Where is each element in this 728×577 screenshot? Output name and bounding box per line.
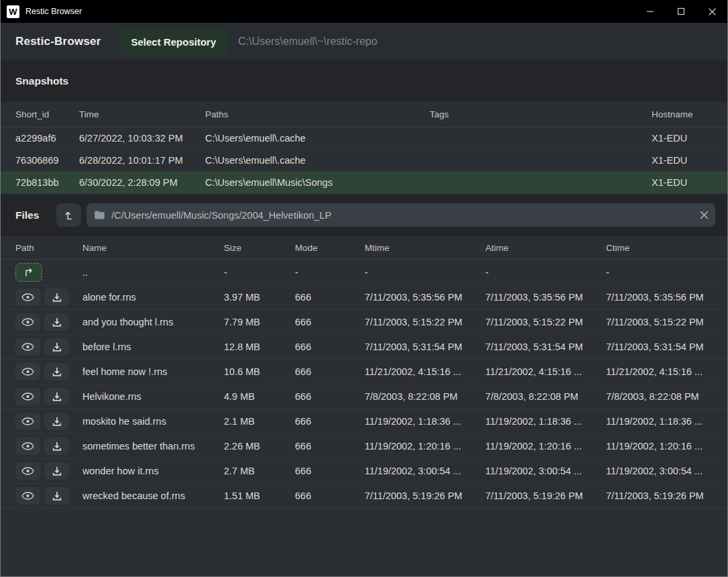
app-window: W Restic Browser Restic-Browser Select R… xyxy=(0,0,728,577)
file-size: 4.9 MB xyxy=(224,391,295,402)
snapshot-short-id: 76306869 xyxy=(15,155,79,166)
download-icon xyxy=(52,392,62,402)
eye-icon xyxy=(21,417,34,426)
file-mode: 666 xyxy=(295,366,365,377)
download-icon xyxy=(52,417,62,427)
maximize-button[interactable] xyxy=(666,0,696,23)
file-size: 2.7 MB xyxy=(224,466,295,476)
files-table-body: alone for.rns 3.97 MB 666 7/11/2003, 5:3… xyxy=(1,285,727,509)
download-icon xyxy=(52,441,62,452)
file-mtime: 7/11/2003, 5:35:56 PM xyxy=(365,292,485,303)
restore-file-button[interactable] xyxy=(44,487,69,505)
snapshot-time: 6/30/2022, 2:28:09 PM xyxy=(79,177,205,188)
file-size: 10.6 MB xyxy=(224,366,295,377)
snapshot-paths: C:\Users\emuell\.cache xyxy=(205,133,430,144)
file-mode: 666 xyxy=(295,466,365,476)
restore-file-button[interactable] xyxy=(44,313,69,331)
close-button[interactable] xyxy=(696,0,727,23)
download-icon xyxy=(52,491,62,501)
download-icon xyxy=(52,293,62,303)
snapshot-time: 6/27/2022, 10:03:32 PM xyxy=(79,133,205,144)
column-time: Time xyxy=(79,109,205,119)
snapshot-row[interactable]: a2299af6 6/27/2022, 10:03:32 PM C:\Users… xyxy=(1,127,727,150)
up-directory-button[interactable] xyxy=(56,203,81,227)
file-name: wrecked because of.rns xyxy=(82,490,224,501)
preview-file-button[interactable] xyxy=(15,313,40,331)
file-mtime: 7/11/2003, 5:31:54 PM xyxy=(365,342,485,352)
preview-file-button[interactable] xyxy=(15,462,40,480)
file-ctime: 11/19/2002, 1:18:36 ... xyxy=(606,416,727,427)
file-row[interactable]: and you thought l.rns 7.79 MB 666 7/11/2… xyxy=(1,310,727,335)
file-mode: 666 xyxy=(295,416,365,427)
file-mtime: 7/8/2003, 8:22:08 PM xyxy=(365,391,485,402)
file-size: 3.97 MB xyxy=(224,292,295,303)
navigate-parent-button[interactable] xyxy=(15,263,42,282)
file-row[interactable]: feel home now !.rns 10.6 MB 666 11/21/20… xyxy=(1,360,727,384)
preview-file-button[interactable] xyxy=(15,388,40,405)
file-mtime: 11/19/2002, 3:00:54 ... xyxy=(365,466,485,476)
files-title: Files xyxy=(15,209,39,221)
snapshot-short-id: a2299af6 xyxy=(15,133,79,144)
file-size: 2.26 MB xyxy=(224,441,295,452)
file-row[interactable]: sometimes better than.rns 2.26 MB 666 11… xyxy=(1,434,727,459)
restore-file-button[interactable] xyxy=(44,413,69,430)
snapshot-row[interactable]: 72b813bb 6/30/2022, 2:28:09 PM C:\Users\… xyxy=(1,172,727,194)
files-section-header: Files /C/Users/emuell/Music/Songs/2004_H… xyxy=(1,194,727,236)
restore-file-button[interactable] xyxy=(44,437,69,455)
file-ctime: 7/11/2003, 5:31:54 PM xyxy=(606,342,727,352)
file-row[interactable]: before l.rns 12.8 MB 666 7/11/2003, 5:31… xyxy=(1,335,727,360)
eye-icon xyxy=(21,317,34,327)
files-table-header: Path Name Size Mode Mtime Atime Ctime xyxy=(1,236,727,260)
file-name: wonder how it.rns xyxy=(82,466,224,476)
download-icon xyxy=(52,466,62,476)
preview-file-button[interactable] xyxy=(15,288,40,306)
file-row[interactable]: wonder how it.rns 2.7 MB 666 11/19/2002,… xyxy=(1,459,727,484)
file-name: .. xyxy=(82,267,224,278)
file-atime: 7/11/2003, 5:35:56 PM xyxy=(485,292,606,303)
file-atime: 11/19/2002, 1:18:36 ... xyxy=(485,416,606,427)
snapshot-row[interactable]: 76306869 6/28/2022, 10:01:17 PM C:\Users… xyxy=(1,150,727,172)
file-mtime: - xyxy=(365,267,485,278)
restore-file-button[interactable] xyxy=(44,462,69,480)
file-path-value: /C/Users/emuell/Music/Songs/2004_Helveti… xyxy=(111,210,692,221)
file-name: and you thought l.rns xyxy=(82,317,224,327)
file-row[interactable]: wrecked because of.rns 1.51 MB 666 7/11/… xyxy=(1,484,727,509)
restore-file-button[interactable] xyxy=(44,288,69,306)
restore-file-button[interactable] xyxy=(44,388,69,405)
preview-file-button[interactable] xyxy=(15,437,40,455)
file-mode: 666 xyxy=(295,317,365,327)
minimize-button[interactable] xyxy=(635,0,666,23)
restore-file-button[interactable] xyxy=(44,363,69,380)
wails-logo-icon: W xyxy=(7,5,19,18)
file-mode: 666 xyxy=(295,441,365,452)
file-mode: 666 xyxy=(295,391,365,402)
snapshot-paths: C:\Users\emuell\.cache xyxy=(205,155,430,166)
preview-file-button[interactable] xyxy=(15,413,40,430)
empty-area xyxy=(1,509,727,576)
preview-file-button[interactable] xyxy=(15,487,40,505)
eye-icon xyxy=(21,293,34,302)
file-name: sometimes better than.rns xyxy=(82,441,224,452)
file-size: - xyxy=(224,267,295,278)
parent-directory-row[interactable]: .. - - - - - xyxy=(1,260,727,285)
column-short-id: Short_id xyxy=(15,109,79,119)
file-row[interactable]: Helvikone.rns 4.9 MB 666 7/8/2003, 8:22:… xyxy=(1,384,727,409)
file-mtime: 7/11/2003, 5:15:22 PM xyxy=(365,317,485,327)
file-atime: 7/11/2003, 5:15:22 PM xyxy=(485,317,606,327)
restore-file-button[interactable] xyxy=(44,338,69,356)
preview-file-button[interactable] xyxy=(15,338,40,356)
file-ctime: 7/11/2003, 5:15:22 PM xyxy=(606,317,727,327)
file-name: moskito he said.rns xyxy=(82,416,224,427)
file-path-input[interactable]: /C/Users/emuell/Music/Songs/2004_Helveti… xyxy=(86,203,715,227)
file-row[interactable]: alone for.rns 3.97 MB 666 7/11/2003, 5:3… xyxy=(1,285,727,310)
clear-path-button[interactable] xyxy=(692,203,715,227)
file-size: 12.8 MB xyxy=(224,342,295,352)
repository-path-input[interactable]: C:\Users\emuell\~\restic-repo xyxy=(238,36,377,48)
snapshots-title: Snapshots xyxy=(15,75,68,87)
preview-file-button[interactable] xyxy=(15,363,40,380)
file-row[interactable]: moskito he said.rns 2.1 MB 666 11/19/200… xyxy=(1,409,727,434)
up-directory-icon xyxy=(63,209,75,221)
eye-icon xyxy=(21,441,34,451)
clear-icon xyxy=(700,211,709,219)
select-repository-button[interactable]: Select Repository xyxy=(119,29,229,55)
